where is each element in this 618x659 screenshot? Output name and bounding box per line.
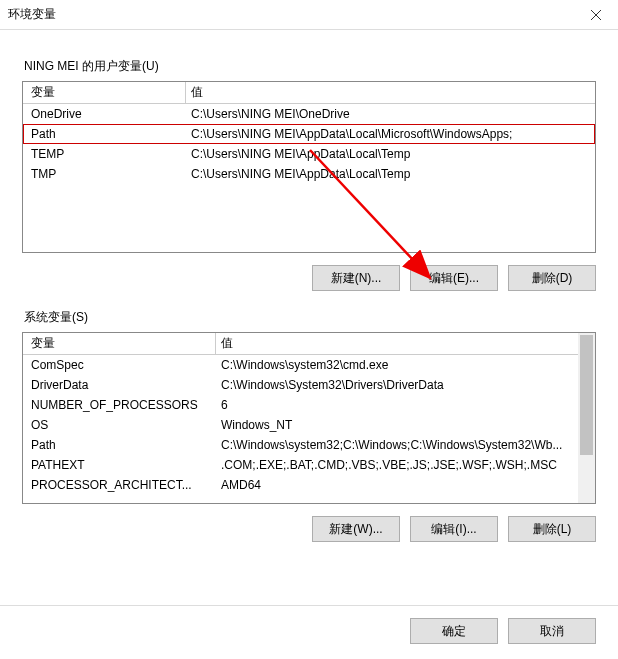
table-row[interactable]: OneDrive C:\Users\NING MEI\OneDrive xyxy=(23,104,595,124)
system-list-header: 变量 值 xyxy=(23,333,595,355)
user-buttons: 新建(N)... 编辑(E)... 删除(D) xyxy=(22,265,596,291)
scrollbar[interactable] xyxy=(578,333,595,503)
var-name: TMP xyxy=(23,167,185,181)
var-name: ComSpec xyxy=(23,358,215,372)
user-vars-label: NING MEI 的用户变量(U) xyxy=(24,58,596,75)
window-title: 环境变量 xyxy=(8,6,56,23)
delete-user-var-button[interactable]: 删除(D) xyxy=(508,265,596,291)
table-row[interactable]: TEMP C:\Users\NING MEI\AppData\Local\Tem… xyxy=(23,144,595,164)
delete-system-var-button[interactable]: 删除(L) xyxy=(508,516,596,542)
ok-button[interactable]: 确定 xyxy=(410,618,498,644)
var-name: Path xyxy=(23,438,215,452)
var-value: .COM;.EXE;.BAT;.CMD;.VBS;.VBE;.JS;.JSE;.… xyxy=(215,458,595,472)
var-value: C:\Users\NING MEI\AppData\Local\Microsof… xyxy=(185,127,595,141)
titlebar: 环境变量 xyxy=(0,0,618,30)
var-name: PROCESSOR_ARCHITECT... xyxy=(23,478,215,492)
table-row[interactable]: Path C:\Windows\system32;C:\Windows;C:\W… xyxy=(23,435,595,455)
table-row[interactable]: OS Windows_NT xyxy=(23,415,595,435)
cancel-button[interactable]: 取消 xyxy=(508,618,596,644)
user-rows: OneDrive C:\Users\NING MEI\OneDrive Path… xyxy=(23,104,595,184)
header-variable[interactable]: 变量 xyxy=(23,84,185,101)
var-value: C:\Users\NING MEI\AppData\Local\Temp xyxy=(185,147,595,161)
header-value[interactable]: 值 xyxy=(215,335,595,352)
user-vars-list[interactable]: 变量 值 OneDrive C:\Users\NING MEI\OneDrive… xyxy=(22,81,596,253)
var-value: 6 xyxy=(215,398,595,412)
table-row[interactable]: ComSpec C:\Windows\system32\cmd.exe xyxy=(23,355,595,375)
header-variable[interactable]: 变量 xyxy=(23,335,215,352)
var-value: C:\Users\NING MEI\AppData\Local\Temp xyxy=(185,167,595,181)
column-divider xyxy=(185,82,186,104)
var-name: Path xyxy=(23,127,185,141)
table-row[interactable]: PATHEXT .COM;.EXE;.BAT;.CMD;.VBS;.VBE;.J… xyxy=(23,455,595,475)
system-vars-list[interactable]: 变量 值 ComSpec C:\Windows\system32\cmd.exe… xyxy=(22,332,596,504)
var-value: C:\Windows\system32\cmd.exe xyxy=(215,358,595,372)
new-user-var-button[interactable]: 新建(N)... xyxy=(312,265,400,291)
column-divider xyxy=(215,333,216,355)
system-rows: ComSpec C:\Windows\system32\cmd.exe Driv… xyxy=(23,355,595,495)
system-vars-label: 系统变量(S) xyxy=(24,309,596,326)
system-buttons: 新建(W)... 编辑(I)... 删除(L) xyxy=(22,516,596,542)
user-list-header: 变量 值 xyxy=(23,82,595,104)
var-name: DriverData xyxy=(23,378,215,392)
var-value: C:\Windows\System32\Drivers\DriverData xyxy=(215,378,595,392)
var-value: C:\Windows\system32;C:\Windows;C:\Window… xyxy=(215,438,595,452)
var-name: OS xyxy=(23,418,215,432)
table-row[interactable]: DriverData C:\Windows\System32\Drivers\D… xyxy=(23,375,595,395)
dialog-buttons: 确定 取消 xyxy=(0,605,618,656)
new-system-var-button[interactable]: 新建(W)... xyxy=(312,516,400,542)
header-value[interactable]: 值 xyxy=(185,84,595,101)
var-name: TEMP xyxy=(23,147,185,161)
table-row-path[interactable]: Path C:\Users\NING MEI\AppData\Local\Mic… xyxy=(23,124,595,144)
edit-system-var-button[interactable]: 编辑(I)... xyxy=(410,516,498,542)
table-row[interactable]: NUMBER_OF_PROCESSORS 6 xyxy=(23,395,595,415)
table-row[interactable]: PROCESSOR_ARCHITECT... AMD64 xyxy=(23,475,595,495)
close-button[interactable] xyxy=(573,0,618,30)
table-row[interactable]: TMP C:\Users\NING MEI\AppData\Local\Temp xyxy=(23,164,595,184)
close-icon xyxy=(591,10,601,20)
var-name: PATHEXT xyxy=(23,458,215,472)
edit-user-var-button[interactable]: 编辑(E)... xyxy=(410,265,498,291)
var-value: C:\Users\NING MEI\OneDrive xyxy=(185,107,595,121)
dialog-content: NING MEI 的用户变量(U) 变量 值 OneDrive C:\Users… xyxy=(0,30,618,542)
scrollbar-thumb[interactable] xyxy=(580,335,593,455)
var-name: OneDrive xyxy=(23,107,185,121)
var-value: AMD64 xyxy=(215,478,595,492)
var-value: Windows_NT xyxy=(215,418,595,432)
var-name: NUMBER_OF_PROCESSORS xyxy=(23,398,215,412)
